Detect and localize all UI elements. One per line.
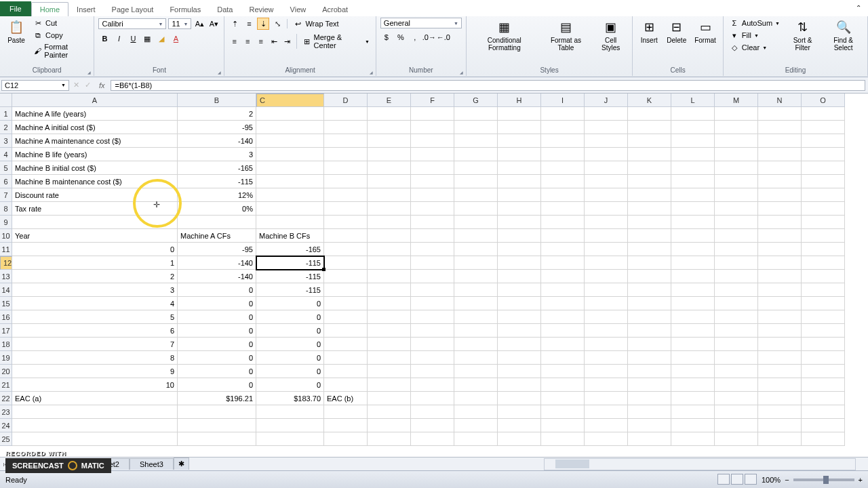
cell-K25[interactable] bbox=[628, 432, 671, 446]
col-header-E[interactable]: E bbox=[368, 94, 411, 107]
cell-C10[interactable]: Machine B CFs bbox=[256, 229, 324, 243]
cell-N12[interactable] bbox=[758, 256, 802, 270]
cell-C20[interactable]: 0 bbox=[256, 365, 324, 378]
cell-J19[interactable] bbox=[585, 351, 628, 365]
zoom-slider[interactable] bbox=[793, 479, 854, 481]
cell-O13[interactable] bbox=[802, 270, 845, 283]
cell-E19[interactable] bbox=[368, 351, 411, 365]
cell-I22[interactable] bbox=[541, 392, 585, 405]
cell-H11[interactable] bbox=[498, 243, 541, 256]
accounting-format-button[interactable]: $ bbox=[380, 31, 393, 43]
cell-O10[interactable] bbox=[802, 229, 845, 243]
cell-A9[interactable] bbox=[12, 216, 178, 229]
cell-K1[interactable] bbox=[628, 107, 671, 121]
cell-G25[interactable] bbox=[454, 432, 498, 446]
cell-M19[interactable] bbox=[715, 351, 758, 365]
cell-J13[interactable] bbox=[585, 270, 628, 283]
cell-E25[interactable] bbox=[368, 432, 411, 446]
cell-E8[interactable] bbox=[368, 202, 411, 216]
cell-J18[interactable] bbox=[585, 338, 628, 351]
cell-N9[interactable] bbox=[758, 216, 802, 229]
cell-J8[interactable] bbox=[585, 202, 628, 216]
row-header-22[interactable]: 22 bbox=[0, 392, 12, 405]
cell-O8[interactable] bbox=[802, 202, 845, 216]
cell-I7[interactable] bbox=[541, 188, 585, 202]
cell-G16[interactable] bbox=[454, 310, 498, 324]
cell-G21[interactable] bbox=[454, 378, 498, 392]
cell-I8[interactable] bbox=[541, 202, 585, 216]
cell-I13[interactable] bbox=[541, 270, 585, 283]
cell-J17[interactable] bbox=[585, 324, 628, 338]
cell-K14[interactable] bbox=[628, 283, 671, 297]
cell-G2[interactable] bbox=[454, 121, 498, 134]
paste-button[interactable]: 📋 Paste bbox=[4, 18, 28, 45]
cell-B19[interactable]: 0 bbox=[178, 351, 256, 365]
decrease-indent-button[interactable]: ⇤ bbox=[269, 35, 280, 47]
col-header-F[interactable]: F bbox=[411, 94, 454, 107]
cell-N8[interactable] bbox=[758, 202, 802, 216]
cell-N13[interactable] bbox=[758, 270, 802, 283]
cell-D22[interactable]: EAC (b) bbox=[324, 392, 368, 405]
cell-A3[interactable]: Machine A maintenance cost ($) bbox=[12, 134, 178, 148]
cell-L15[interactable] bbox=[671, 297, 715, 310]
cell-J2[interactable] bbox=[585, 121, 628, 134]
cell-C9[interactable] bbox=[256, 216, 324, 229]
cell-D5[interactable] bbox=[324, 161, 368, 175]
cell-K13[interactable] bbox=[628, 270, 671, 283]
cell-K8[interactable] bbox=[628, 202, 671, 216]
row-header-3[interactable]: 3 bbox=[0, 134, 12, 148]
cell-K15[interactable] bbox=[628, 297, 671, 310]
font-color-button[interactable]: A bbox=[170, 33, 182, 45]
cell-N22[interactable] bbox=[758, 392, 802, 405]
number-format-select[interactable]: General▼ bbox=[380, 18, 462, 28]
cell-J1[interactable] bbox=[585, 107, 628, 121]
cell-H3[interactable] bbox=[498, 134, 541, 148]
clear-button[interactable]: ◇Clear▼ bbox=[728, 42, 782, 53]
cell-A16[interactable]: 5 bbox=[12, 310, 178, 324]
cell-E1[interactable] bbox=[368, 107, 411, 121]
italic-button[interactable]: I bbox=[113, 33, 125, 45]
cell-O11[interactable] bbox=[802, 243, 845, 256]
cell-I3[interactable] bbox=[541, 134, 585, 148]
cell-E15[interactable] bbox=[368, 297, 411, 310]
cell-D13[interactable] bbox=[324, 270, 368, 283]
cell-L14[interactable] bbox=[671, 283, 715, 297]
cell-O2[interactable] bbox=[802, 121, 845, 134]
cell-D1[interactable] bbox=[324, 107, 368, 121]
cell-F22[interactable] bbox=[411, 392, 454, 405]
cell-O3[interactable] bbox=[802, 134, 845, 148]
conditional-formatting-button[interactable]: ▦Conditional Formatting bbox=[471, 18, 538, 53]
cell-L16[interactable] bbox=[671, 310, 715, 324]
cell-L7[interactable] bbox=[671, 188, 715, 202]
cell-C8[interactable] bbox=[256, 202, 324, 216]
cell-E14[interactable] bbox=[368, 283, 411, 297]
minimize-ribbon-icon[interactable]: ⌃ bbox=[856, 4, 861, 12]
cell-G8[interactable] bbox=[454, 202, 498, 216]
cell-L21[interactable] bbox=[671, 378, 715, 392]
col-header-L[interactable]: L bbox=[671, 94, 715, 107]
cell-L19[interactable] bbox=[671, 351, 715, 365]
wrap-text-button[interactable]: ↩Wrap Text bbox=[291, 18, 340, 29]
cell-B18[interactable]: 0 bbox=[178, 338, 256, 351]
cell-H1[interactable] bbox=[498, 107, 541, 121]
cell-I11[interactable] bbox=[541, 243, 585, 256]
cell-F2[interactable] bbox=[411, 121, 454, 134]
cell-G18[interactable] bbox=[454, 338, 498, 351]
cell-I23[interactable] bbox=[541, 405, 585, 419]
cell-I9[interactable] bbox=[541, 216, 585, 229]
cell-O4[interactable] bbox=[802, 148, 845, 161]
cell-F9[interactable] bbox=[411, 216, 454, 229]
cell-L1[interactable] bbox=[671, 107, 715, 121]
cell-D7[interactable] bbox=[324, 188, 368, 202]
cell-F10[interactable] bbox=[411, 229, 454, 243]
cell-D19[interactable] bbox=[324, 351, 368, 365]
col-header-B[interactable]: B bbox=[178, 94, 256, 107]
row-header-16[interactable]: 16 bbox=[0, 310, 12, 324]
cell-O1[interactable] bbox=[802, 107, 845, 121]
cell-M1[interactable] bbox=[715, 107, 758, 121]
cell-B20[interactable]: 0 bbox=[178, 365, 256, 378]
cell-B1[interactable]: 2 bbox=[178, 107, 256, 121]
cell-A5[interactable]: Machine B initial cost ($) bbox=[12, 161, 178, 175]
cell-K2[interactable] bbox=[628, 121, 671, 134]
cell-G22[interactable] bbox=[454, 392, 498, 405]
